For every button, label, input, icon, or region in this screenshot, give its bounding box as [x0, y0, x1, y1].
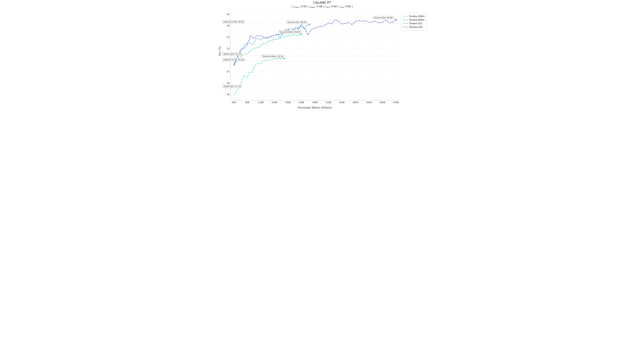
y-tick-label: 46 — [221, 93, 230, 96]
legend-swatch — [403, 27, 408, 27]
plot-area — [230, 12, 399, 100]
x-tick-label: 80B — [245, 101, 249, 104]
legend-swatch — [403, 16, 408, 17]
reference-line-label: Llama-3.2-3B: 58.43 — [222, 20, 245, 23]
x-tick-label: 280B — [312, 101, 318, 104]
legend: Tucano-160mTucano-630mTucano-1b1Tucano-2… — [401, 13, 427, 30]
x-tick-label: 160B — [272, 101, 277, 104]
series-end-label: Tucano-630m: 56.55 — [278, 30, 301, 34]
legend-swatch — [403, 23, 408, 24]
x-tick-label: 40B — [232, 101, 236, 104]
chart-subtitle: | r160m: 0.92 | r630m: 0.96 | r1b1: 0.94… — [215, 5, 429, 9]
legend-label: Tucano-160m — [409, 15, 424, 18]
legend-swatch — [403, 20, 408, 20]
reference-line-label: GlórIA-1b3: 52.79 — [222, 53, 242, 56]
y-tick-label: 54 — [221, 47, 230, 50]
legend-label: Tucano-630m — [409, 19, 424, 21]
y-tick-label: 60 — [221, 13, 230, 16]
legend-item: Tucano-1b1 — [403, 22, 424, 25]
y-tick-label: 48 — [221, 82, 230, 84]
legend-label: Tucano-1b1 — [409, 22, 422, 25]
reference-line-label: Llama-3.2-1B: 51.83 — [222, 58, 245, 61]
x-tick-label: 400B — [353, 101, 358, 104]
x-tick-label: 200B — [285, 101, 291, 104]
series-end-label: Tucano-2b4: 59.06 — [373, 16, 394, 19]
x-tick-label: 320B — [326, 101, 331, 104]
reference-line-label: mGPT-1b3: 47.14 — [222, 85, 242, 88]
x-axis-label: Processed Tokens (billions) — [230, 106, 399, 109]
chart-container: CALAME PT | r160m: 0.92 | r630m: 0.96 | … — [215, 0, 429, 115]
y-tick-label: 50 — [221, 70, 230, 73]
x-tick-label: 440B — [366, 101, 372, 104]
legend-item: Tucano-160m — [403, 15, 424, 18]
x-tick-label: 520B — [393, 101, 399, 104]
x-tick-label: 480B — [380, 101, 385, 104]
series-end-label: Tucano-1b1: 58.24 — [286, 21, 307, 24]
legend-item: Tucano-630m — [403, 18, 424, 22]
y-tick-label: 58 — [221, 25, 230, 27]
x-tick-label: 240B — [298, 101, 304, 104]
y-axis-label: Acc (%) — [218, 46, 221, 56]
chart-title: CALAME PT — [215, 1, 429, 5]
legend-item: Tucano-2b4 — [403, 25, 424, 29]
legend-label: Tucano-2b4 — [409, 26, 422, 28]
series-end-label: Tucano-160m: 52.31 — [262, 55, 284, 58]
x-tick-label: 360B — [339, 101, 344, 104]
y-tick-label: 56 — [221, 36, 230, 39]
x-tick-label: 120B — [258, 101, 264, 104]
